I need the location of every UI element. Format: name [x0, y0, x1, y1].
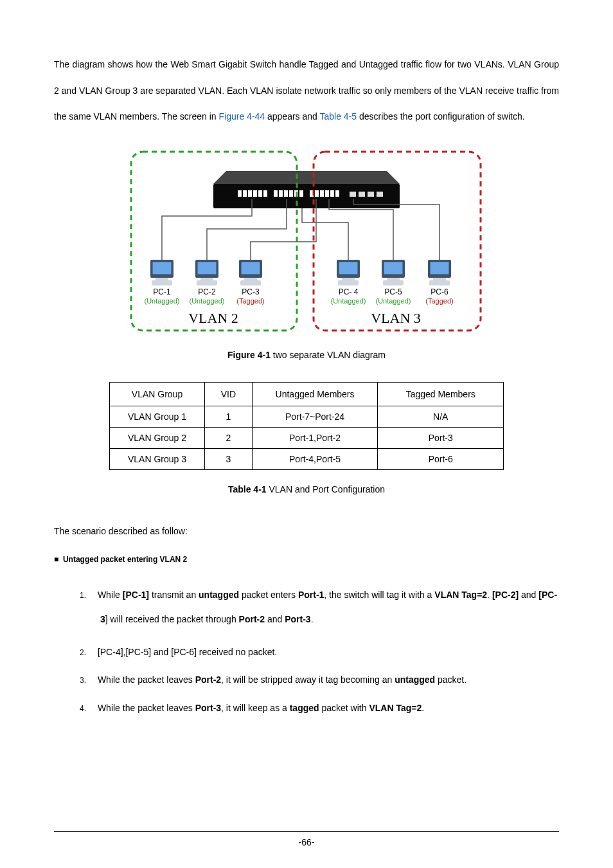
svg-rect-6 — [258, 190, 262, 197]
svg-rect-33 — [241, 262, 260, 275]
svg-text:(Untagged): (Untagged) — [144, 297, 179, 305]
svg-text:VLAN 2: VLAN 2 — [188, 310, 238, 326]
svg-rect-41 — [384, 262, 403, 275]
svg-rect-19 — [335, 190, 339, 197]
svg-text:PC-1: PC-1 — [153, 287, 171, 296]
figure-caption-text: two separate VLAN diagram — [271, 350, 386, 360]
figure-caption-prefix: Figure 4-1 — [227, 350, 271, 360]
page-number: -66- — [0, 837, 613, 847]
th-untagged: Untagged Members — [252, 382, 378, 406]
svg-rect-23 — [377, 192, 383, 197]
intro-paragraph: The diagram shows how the Web Smart Giga… — [54, 51, 559, 130]
intro-text-2: appears and — [265, 111, 319, 122]
table-row: VLAN Group 33Port-4,Port-5Port-6 — [110, 448, 504, 469]
svg-rect-4 — [248, 190, 252, 197]
pc-4 — [337, 260, 360, 285]
svg-rect-22 — [368, 192, 374, 197]
step-3: While the packet leaves Port-2, it will … — [80, 674, 559, 687]
svg-rect-31 — [197, 280, 217, 285]
svg-rect-21 — [359, 192, 365, 197]
svg-rect-13 — [299, 190, 303, 197]
svg-text:PC-6: PC-6 — [431, 287, 449, 296]
svg-rect-43 — [383, 280, 404, 285]
pc-3 — [239, 260, 262, 285]
footer-divider — [54, 831, 559, 832]
svg-rect-10 — [284, 190, 288, 197]
svg-text:VLAN 3: VLAN 3 — [371, 310, 421, 326]
pc-6 — [428, 260, 451, 285]
pc-1 — [150, 260, 173, 285]
svg-rect-37 — [339, 262, 358, 275]
th-tagged: Tagged Members — [378, 382, 504, 406]
vlan-config-table: VLAN Group VID Untagged Members Tagged M… — [109, 382, 504, 470]
table-caption-prefix: Table 4-1 — [228, 484, 267, 494]
svg-rect-35 — [240, 280, 261, 285]
svg-rect-26 — [155, 278, 168, 280]
svg-rect-34 — [244, 278, 257, 280]
svg-rect-2 — [238, 190, 242, 197]
table-row: VLAN Group 22Port-1,Port-2Port-3 — [110, 427, 504, 448]
svg-rect-11 — [289, 190, 293, 197]
svg-rect-46 — [433, 278, 446, 280]
pc-2 — [195, 260, 218, 285]
svg-rect-29 — [197, 262, 217, 275]
scenario-bullet-label: Untagged packet entering VLAN 2 — [63, 555, 187, 564]
svg-rect-25 — [152, 262, 172, 275]
table-row: VLAN Group 11Port-7~Port-24N/A — [110, 406, 504, 427]
svg-rect-3 — [243, 190, 247, 197]
vlan-diagram-svg: PC-1 PC-2 PC-3 PC- 4 PC-5 PC-6 (Untagged… — [123, 145, 490, 338]
svg-text:(Untagged): (Untagged) — [189, 297, 224, 305]
scenario-intro: The scenario described as follow: — [54, 525, 559, 537]
svg-marker-0 — [213, 171, 400, 184]
svg-rect-7 — [263, 190, 267, 197]
scenario-bullet: ■ Untagged packet entering VLAN 2 — [54, 555, 559, 564]
svg-text:PC-5: PC-5 — [384, 287, 402, 296]
intro-text-3: describes the port configuration of swit… — [357, 111, 524, 122]
svg-rect-47 — [429, 280, 450, 285]
svg-rect-38 — [342, 278, 355, 280]
switch-device — [213, 171, 400, 208]
svg-rect-45 — [430, 262, 449, 275]
step-4: While the packet leaves Port-3, it will … — [80, 702, 559, 715]
step-2: [PC-4],[PC-5] and [PC-6] received no pac… — [80, 646, 559, 659]
svg-text:PC-3: PC-3 — [242, 287, 260, 296]
svg-rect-8 — [274, 190, 278, 197]
svg-rect-27 — [152, 280, 172, 285]
table-caption: Table 4-1 VLAN and Port Configuration — [54, 484, 559, 494]
vlan-diagram-figure: PC-1 PC-2 PC-3 PC- 4 PC-5 PC-6 (Untagged… — [54, 145, 559, 338]
svg-text:PC-2: PC-2 — [198, 287, 216, 296]
svg-rect-9 — [279, 190, 283, 197]
svg-rect-30 — [200, 278, 213, 280]
svg-text:(Tagged): (Tagged) — [425, 297, 453, 305]
svg-rect-16 — [320, 190, 324, 197]
svg-rect-18 — [330, 190, 334, 197]
svg-rect-5 — [253, 190, 257, 197]
table-ref: Table 4-5 — [320, 111, 357, 122]
svg-rect-20 — [350, 192, 356, 197]
svg-text:PC- 4: PC- 4 — [339, 287, 359, 296]
table-caption-text: VLAN and Port Configuration — [267, 484, 385, 494]
scenario-steps: While [PC-1] transmit an untagged packet… — [80, 583, 559, 714]
figure-caption: Figure 4-1 two separate VLAN diagram — [54, 350, 559, 360]
svg-rect-39 — [338, 280, 359, 285]
svg-rect-17 — [325, 190, 329, 197]
svg-text:(Untagged): (Untagged) — [330, 297, 366, 305]
th-vid: VID — [205, 382, 253, 406]
figure-ref: Figure 4-44 — [219, 111, 265, 122]
th-group: VLAN Group — [110, 382, 205, 406]
svg-text:(Untagged): (Untagged) — [375, 297, 411, 305]
svg-text:(Tagged): (Tagged) — [236, 297, 264, 305]
svg-rect-42 — [387, 278, 400, 280]
svg-rect-15 — [315, 190, 319, 197]
step-1: While [PC-1] transmit an untagged packet… — [80, 583, 559, 632]
pc-5 — [382, 260, 405, 285]
